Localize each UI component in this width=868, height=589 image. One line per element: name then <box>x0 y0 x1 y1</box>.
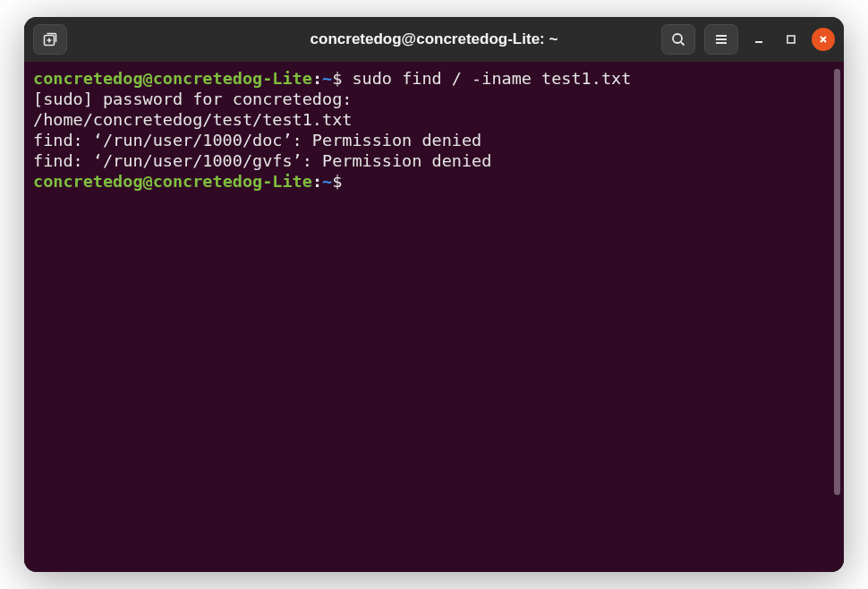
hamburger-menu-icon <box>713 31 729 47</box>
command-text: sudo find / -iname test1.txt <box>342 69 631 88</box>
minimize-icon <box>753 33 765 46</box>
command-text <box>342 172 352 191</box>
prompt-user: concretedog <box>33 69 143 88</box>
hamburger-menu-button[interactable] <box>704 24 738 55</box>
titlebar: concretedog@concretedog-Lite: ~ <box>24 17 844 62</box>
svg-rect-2 <box>787 36 795 43</box>
terminal-line: find: ‘/run/user/1000/doc’: Permission d… <box>33 131 831 151</box>
scrollbar-thumb[interactable] <box>834 69 840 495</box>
maximize-button[interactable] <box>779 28 803 51</box>
terminal-line: [sudo] password for concretedog: <box>33 90 831 110</box>
terminal-line: /home/concretedog/test/test1.txt <box>33 110 831 131</box>
prompt-colon: : <box>312 172 322 191</box>
close-button[interactable] <box>812 28 835 51</box>
terminal-body[interactable]: concretedog@concretedog-Lite:~$ sudo fin… <box>24 62 844 572</box>
prompt-path: ~ <box>322 69 332 88</box>
terminal-window: concretedog@concretedog-Lite: ~ <box>24 17 844 572</box>
maximize-icon <box>785 33 797 46</box>
terminal-line: find: ‘/run/user/1000/gvfs’: Permission … <box>33 151 831 172</box>
prompt-path: ~ <box>322 172 332 191</box>
terminal-line: concretedog@concretedog-Lite:~$ <box>33 172 831 192</box>
prompt-host: concretedog-Lite <box>153 69 312 88</box>
close-icon <box>817 33 830 46</box>
search-icon <box>670 31 686 47</box>
minimize-button[interactable] <box>747 28 770 51</box>
window-title: concretedog@concretedog-Lite: ~ <box>311 30 558 48</box>
prompt-host: concretedog-Lite <box>153 172 312 191</box>
search-button[interactable] <box>661 24 695 55</box>
new-tab-button[interactable] <box>33 24 67 55</box>
new-tab-icon <box>42 31 58 47</box>
prompt-dollar: $ <box>332 69 342 88</box>
svg-point-1 <box>673 34 682 43</box>
prompt-user: concretedog <box>33 172 143 191</box>
scrollbar[interactable] <box>834 69 840 565</box>
prompt-dollar: $ <box>332 172 342 191</box>
prompt-colon: : <box>312 69 322 88</box>
terminal-line: concretedog@concretedog-Lite:~$ sudo fin… <box>33 69 831 90</box>
prompt-at: @ <box>143 69 153 88</box>
prompt-at: @ <box>143 172 153 191</box>
